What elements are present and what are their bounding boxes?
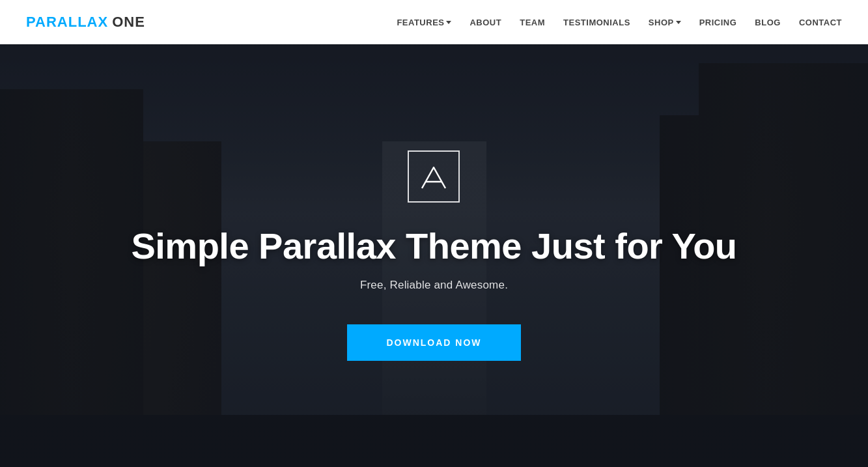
navbar: PARALLAX ONE FEATURES ABOUT TEAM TESTIMO… (0, 0, 868, 44)
nav-item-about[interactable]: ABOUT (469, 16, 501, 28)
nav-link-testimonials[interactable]: TESTIMONIALS (563, 18, 630, 27)
nav-link-blog[interactable]: BLOG (755, 18, 781, 27)
hero-content: Simple Parallax Theme Just for You Free,… (131, 150, 736, 361)
nav-item-pricing[interactable]: PRICING (699, 16, 737, 28)
nav-link-about[interactable]: ABOUT (469, 18, 501, 27)
nav-item-shop[interactable]: SHOP (649, 18, 681, 27)
nav-item-testimonials[interactable]: TESTIMONIALS (563, 16, 630, 28)
nav-item-team[interactable]: TEAM (520, 16, 545, 28)
hero-logo-box (408, 150, 460, 203)
hero-section: Simple Parallax Theme Just for You Free,… (0, 44, 868, 467)
nav-link-team[interactable]: TEAM (520, 18, 545, 27)
shop-dropdown-arrow (676, 21, 681, 24)
download-now-button[interactable]: DOWNLOAD NOW (347, 324, 520, 361)
hero-title: Simple Parallax Theme Just for You (131, 226, 736, 266)
features-dropdown-arrow (446, 21, 451, 24)
nav-item-contact[interactable]: CONTACT (799, 16, 842, 28)
nav-links: FEATURES ABOUT TEAM TESTIMONIALS SHOP PR… (397, 16, 842, 28)
nav-link-contact[interactable]: CONTACT (799, 18, 842, 27)
logo-parallax: PARALLAX (26, 14, 108, 31)
site-logo[interactable]: PARALLAX ONE (26, 14, 145, 31)
logo-one: ONE (112, 14, 145, 31)
nav-link-features[interactable]: FEATURES (397, 18, 451, 27)
hero-logo-icon (419, 162, 448, 191)
nav-link-shop[interactable]: SHOP (649, 18, 681, 27)
nav-item-blog[interactable]: BLOG (755, 16, 781, 28)
nav-item-features[interactable]: FEATURES (397, 18, 451, 27)
hero-subtitle: Free, Reliable and Awesome. (360, 279, 508, 292)
nav-link-pricing[interactable]: PRICING (699, 18, 737, 27)
